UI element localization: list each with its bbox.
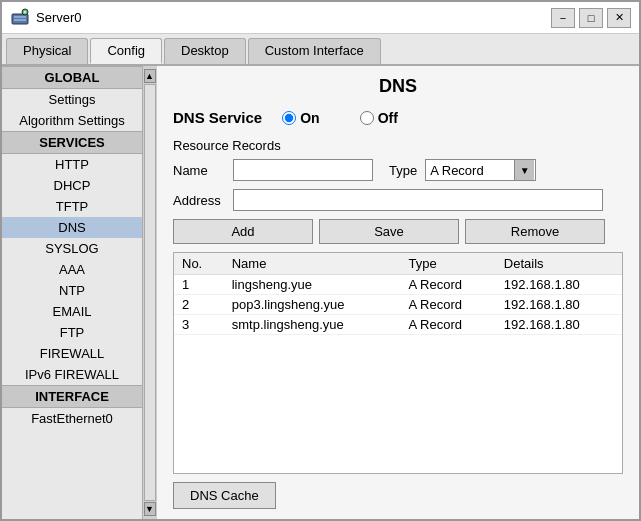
cell-details: 192.168.1.80 xyxy=(496,295,622,315)
address-row: Address xyxy=(173,189,623,211)
type-select[interactable]: A Record AAAA Record CNAME MX Record NS … xyxy=(425,159,536,181)
sidebar-item-dhcp[interactable]: DHCP xyxy=(2,175,142,196)
type-select-wrapper: A Record AAAA Record CNAME MX Record NS … xyxy=(425,159,536,181)
close-button[interactable]: ✕ xyxy=(607,8,631,28)
sidebar-scrollbar[interactable]: ▲ ▼ xyxy=(142,66,156,519)
resource-records-label: Resource Records xyxy=(173,138,623,153)
name-input[interactable] xyxy=(233,159,373,181)
col-header-details: Details xyxy=(496,253,622,275)
remove-button[interactable]: Remove xyxy=(465,219,605,244)
cell-type: A Record xyxy=(400,275,495,295)
col-header-type: Type xyxy=(400,253,495,275)
table-row[interactable]: 1lingsheng.yueA Record192.168.1.80 xyxy=(174,275,622,295)
main-panel: DNS DNS Service On Off Resource Records … xyxy=(157,66,639,519)
dns-cache-button[interactable]: DNS Cache xyxy=(173,482,276,509)
svg-rect-1 xyxy=(14,16,26,18)
tab-config[interactable]: Config xyxy=(90,38,162,64)
sidebar-item-ntp[interactable]: NTP xyxy=(2,280,142,301)
sidebar-scroll-area: GLOBAL Settings Algorithm Settings SERVI… xyxy=(2,66,156,519)
sidebar-item-ftp[interactable]: FTP xyxy=(2,322,142,343)
sidebar-item-settings[interactable]: Settings xyxy=(2,89,142,110)
tab-custom-interface[interactable]: Custom Interface xyxy=(248,38,381,64)
restore-button[interactable]: □ xyxy=(579,8,603,28)
sidebar-item-syslog[interactable]: SYSLOG xyxy=(2,238,142,259)
sidebar-item-tftp[interactable]: TFTP xyxy=(2,196,142,217)
svg-rect-2 xyxy=(14,19,26,21)
sidebar-items: GLOBAL Settings Algorithm Settings SERVI… xyxy=(2,66,142,519)
cell-name: pop3.lingsheng.yue xyxy=(224,295,401,315)
name-label: Name xyxy=(173,163,233,178)
sidebar-item-aaa[interactable]: AAA xyxy=(2,259,142,280)
sidebar: GLOBAL Settings Algorithm Settings SERVI… xyxy=(2,66,157,519)
sidebar-item-fastethernet0[interactable]: FastEthernet0 xyxy=(2,408,142,429)
sidebar-section-interface: INTERFACE xyxy=(2,385,142,408)
scroll-up-button[interactable]: ▲ xyxy=(144,69,156,83)
sidebar-item-algorithm-settings[interactable]: Algorithm Settings xyxy=(2,110,142,131)
tab-desktop[interactable]: Desktop xyxy=(164,38,246,64)
cell-details: 192.168.1.80 xyxy=(496,275,622,295)
scroll-track[interactable] xyxy=(144,84,156,501)
svg-point-4 xyxy=(24,10,27,13)
window-controls: − □ ✕ xyxy=(551,8,631,28)
main-window: Server0 − □ ✕ Physical Config Desktop Cu… xyxy=(0,0,641,521)
radio-on-label: On xyxy=(300,110,319,126)
radio-on-option[interactable]: On xyxy=(282,110,319,126)
records-table: No. Name Type Details 1lingsheng.yueA Re… xyxy=(173,252,623,474)
radio-off-label: Off xyxy=(378,110,398,126)
table-row[interactable]: 2pop3.lingsheng.yueA Record192.168.1.80 xyxy=(174,295,622,315)
panel-title: DNS xyxy=(173,76,623,97)
content-area: GLOBAL Settings Algorithm Settings SERVI… xyxy=(2,66,639,519)
cell-type: A Record xyxy=(400,315,495,335)
sidebar-item-ipv6-firewall[interactable]: IPv6 FIREWALL xyxy=(2,364,142,385)
window-title: Server0 xyxy=(36,10,551,25)
radio-off-option[interactable]: Off xyxy=(360,110,398,126)
cell-no: 2 xyxy=(174,295,224,315)
radio-off-input[interactable] xyxy=(360,111,374,125)
cell-details: 192.168.1.80 xyxy=(496,315,622,335)
cell-type: A Record xyxy=(400,295,495,315)
col-header-name: Name xyxy=(224,253,401,275)
action-buttons-row: Add Save Remove xyxy=(173,219,623,244)
dns-service-row: DNS Service On Off xyxy=(173,109,623,126)
app-icon xyxy=(10,8,30,28)
tab-physical[interactable]: Physical xyxy=(6,38,88,64)
cell-name: lingsheng.yue xyxy=(224,275,401,295)
sidebar-section-global: GLOBAL xyxy=(2,66,142,89)
cell-name: smtp.lingsheng.yue xyxy=(224,315,401,335)
save-button[interactable]: Save xyxy=(319,219,459,244)
dns-service-label: DNS Service xyxy=(173,109,262,126)
scroll-down-button[interactable]: ▼ xyxy=(144,502,156,516)
title-bar: Server0 − □ ✕ xyxy=(2,2,639,34)
tab-bar: Physical Config Desktop Custom Interface xyxy=(2,34,639,66)
col-header-no: No. xyxy=(174,253,224,275)
sidebar-item-http[interactable]: HTTP xyxy=(2,154,142,175)
table-row[interactable]: 3smtp.lingsheng.yueA Record192.168.1.80 xyxy=(174,315,622,335)
sidebar-item-email[interactable]: EMAIL xyxy=(2,301,142,322)
minimize-button[interactable]: − xyxy=(551,8,575,28)
add-button[interactable]: Add xyxy=(173,219,313,244)
radio-on-input[interactable] xyxy=(282,111,296,125)
address-input[interactable] xyxy=(233,189,603,211)
cell-no: 3 xyxy=(174,315,224,335)
type-label: Type xyxy=(389,163,417,178)
address-label: Address xyxy=(173,193,233,208)
sidebar-item-firewall[interactable]: FIREWALL xyxy=(2,343,142,364)
cell-no: 1 xyxy=(174,275,224,295)
sidebar-item-dns[interactable]: DNS xyxy=(2,217,142,238)
name-type-row: Name Type A Record AAAA Record CNAME MX … xyxy=(173,159,623,181)
sidebar-section-services: SERVICES xyxy=(2,131,142,154)
